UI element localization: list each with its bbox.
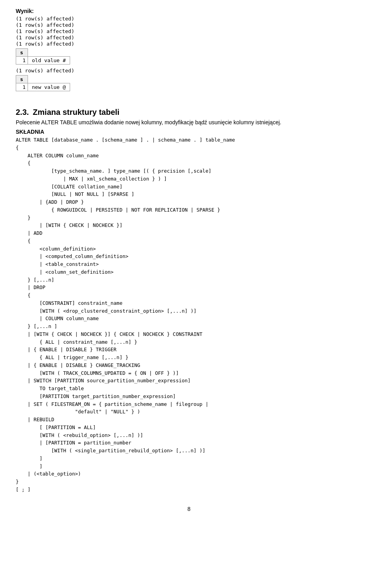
section-description: Polecenie ALTER TABLE umożliwia dodanie … bbox=[16, 119, 362, 125]
section-heading-container: 2.3. Zmiana struktury tabeli bbox=[16, 101, 362, 119]
syntax-code: ALTER TABLE [database_name . [schema_nam… bbox=[16, 137, 235, 492]
syntax-block: ALTER TABLE [database_name . [schema_nam… bbox=[16, 136, 362, 494]
result-line-2: (1 row(s) affected) bbox=[16, 22, 362, 28]
section-number: 2.3. bbox=[16, 108, 29, 117]
table-row: 1 new value @ bbox=[16, 83, 70, 91]
table1-header-s: s bbox=[16, 49, 28, 57]
result-line-affected-2: (1 row(s) affected) bbox=[16, 68, 362, 74]
składnia-label: SKŁADNIA bbox=[16, 129, 362, 135]
result-title: Wynik: bbox=[16, 8, 362, 14]
result-line-4: (1 row(s) affected) bbox=[16, 35, 362, 41]
table-row: 1 old value # bbox=[16, 57, 70, 65]
result-table-1: s 1 old value # bbox=[16, 48, 70, 65]
table1-row-val: old value # bbox=[28, 57, 70, 65]
result-lines: (1 row(s) affected) (1 row(s) affected) … bbox=[16, 16, 362, 47]
table1-row-num: 1 bbox=[16, 57, 28, 65]
result-section: Wynik: (1 row(s) affected) (1 row(s) aff… bbox=[16, 8, 362, 91]
table2-row-num: 1 bbox=[16, 83, 28, 91]
result-line-3: (1 row(s) affected) bbox=[16, 28, 362, 34]
table2-header-s: s bbox=[16, 76, 28, 83]
page-number: 8 bbox=[16, 506, 362, 512]
result-line-1: (1 row(s) affected) bbox=[16, 16, 362, 22]
section-title: Zmiana struktury tabeli bbox=[33, 108, 119, 117]
result-line-5: (1 row(s) affected) bbox=[16, 41, 362, 47]
table2-row-val: new value @ bbox=[28, 83, 70, 91]
result-table-2: s 1 new value @ bbox=[16, 75, 70, 91]
